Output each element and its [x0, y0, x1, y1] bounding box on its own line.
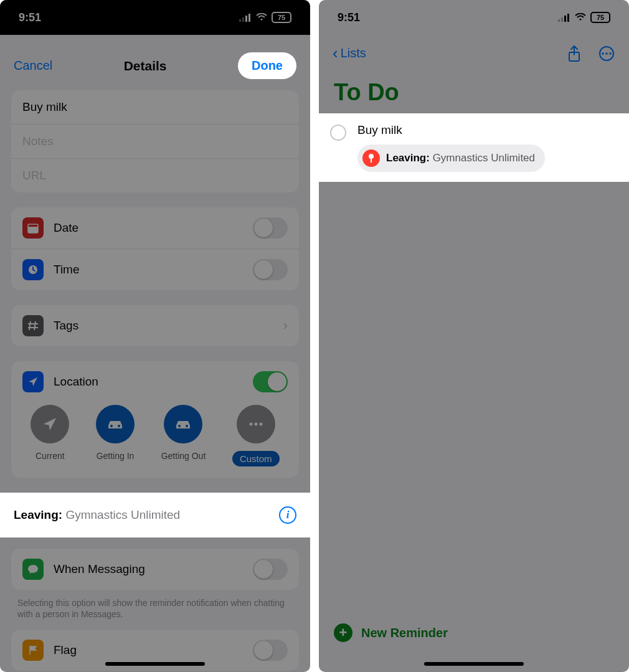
- badge-place: Gymnastics Unlimited: [433, 152, 535, 164]
- location-toggle[interactable]: [253, 371, 288, 392]
- cancel-button[interactable]: Cancel: [14, 59, 52, 73]
- tags-group: Tags ›: [11, 305, 299, 346]
- location-option-getting-in[interactable]: Getting In: [96, 405, 135, 466]
- done-button[interactable]: Done: [238, 52, 296, 79]
- location-option-custom[interactable]: Custom: [232, 405, 280, 466]
- messaging-label: When Messaging: [54, 562, 145, 576]
- plus-icon: +: [334, 623, 352, 642]
- hash-icon: [22, 315, 44, 336]
- list-title: To Do: [319, 72, 629, 113]
- location-arrow-icon: [22, 371, 44, 392]
- status-time: 9:51: [19, 11, 41, 24]
- car-icon: [164, 405, 202, 443]
- location-badge[interactable]: Leaving: Gymnastics Unlimited: [357, 144, 545, 172]
- home-indicator[interactable]: [424, 662, 524, 666]
- cellular-icon: [558, 13, 570, 22]
- badge-label: Leaving:: [386, 152, 430, 164]
- svg-point-14: [259, 423, 262, 426]
- time-row[interactable]: Time: [11, 248, 299, 290]
- svg-point-9: [118, 425, 120, 427]
- flag-toggle[interactable]: [253, 640, 288, 661]
- details-screen: 9:51 75 Cancel Details Done: [0, 0, 310, 672]
- flag-label: Flag: [54, 643, 77, 657]
- calendar-icon: [22, 217, 44, 239]
- arrow-icon: [31, 405, 69, 443]
- info-icon[interactable]: i: [279, 506, 296, 524]
- new-reminder-label: New Reminder: [361, 626, 448, 640]
- location-option-getting-out[interactable]: Getting Out: [161, 405, 206, 466]
- list-nav: ‹ Lists: [319, 35, 629, 72]
- svg-rect-18: [567, 14, 569, 22]
- time-toggle[interactable]: [253, 259, 288, 280]
- messaging-group: When Messaging: [11, 549, 299, 590]
- svg-point-21: [602, 52, 604, 55]
- location-label: Location: [54, 375, 98, 389]
- svg-point-24: [369, 154, 374, 159]
- home-indicator[interactable]: [105, 662, 205, 666]
- battery-icon: 75: [272, 12, 291, 23]
- reminder-title: Buy milk: [357, 123, 545, 137]
- svg-rect-17: [564, 16, 566, 22]
- wifi-icon: [255, 13, 268, 22]
- tags-label: Tags: [54, 319, 78, 333]
- new-reminder-button[interactable]: + New Reminder: [319, 623, 629, 642]
- messaging-toggle[interactable]: [253, 559, 288, 580]
- svg-point-12: [249, 423, 252, 426]
- svg-point-10: [178, 425, 181, 427]
- time-label: Time: [54, 263, 80, 277]
- svg-point-13: [254, 423, 257, 426]
- messages-icon: [22, 559, 44, 580]
- svg-point-22: [605, 52, 608, 55]
- notes-input[interactable]: [22, 135, 288, 148]
- svg-point-8: [110, 425, 113, 427]
- location-option-current[interactable]: Current: [31, 405, 69, 466]
- ellipsis-icon: [237, 405, 275, 443]
- location-row[interactable]: Location: [11, 361, 299, 402]
- list-screen: 9:51 75 ‹ Lists To Do: [319, 0, 629, 672]
- date-row[interactable]: Date: [11, 207, 299, 248]
- date-label: Date: [54, 221, 78, 235]
- date-toggle[interactable]: [253, 217, 288, 239]
- pin-icon: [362, 149, 380, 167]
- messaging-footer-text: Selecting this option will show the remi…: [0, 597, 310, 620]
- messaging-row[interactable]: When Messaging: [11, 549, 299, 590]
- svg-point-11: [186, 425, 188, 427]
- svg-rect-16: [561, 17, 563, 22]
- leaving-location-row[interactable]: Leaving: Gymnastics Unlimited i: [0, 493, 310, 537]
- datetime-group: Date Time: [11, 207, 299, 290]
- share-button[interactable]: [565, 45, 583, 62]
- battery-icon: 75: [590, 12, 610, 23]
- svg-rect-0: [239, 19, 241, 22]
- page-title: Details: [124, 59, 167, 73]
- url-input[interactable]: [22, 169, 288, 182]
- back-label: Lists: [341, 46, 366, 60]
- wifi-icon: [574, 13, 587, 22]
- status-time: 9:51: [338, 11, 360, 24]
- leaving-place: Gymnastics Unlimited: [65, 508, 180, 521]
- svg-rect-1: [242, 17, 244, 22]
- status-bar: 9:51 75: [0, 0, 310, 35]
- reminder-item[interactable]: Buy milk Leaving: Gymnastics Unlimited: [319, 113, 629, 182]
- chevron-left-icon: ‹: [333, 44, 338, 63]
- svg-rect-3: [248, 14, 250, 22]
- chevron-right-icon: ›: [283, 318, 288, 334]
- svg-point-23: [609, 52, 612, 55]
- more-button[interactable]: [598, 45, 615, 62]
- svg-rect-2: [245, 16, 247, 22]
- status-bar: 9:51 75: [319, 0, 629, 35]
- reminder-title-input[interactable]: [22, 100, 288, 114]
- title-group: [11, 90, 299, 192]
- complete-checkbox[interactable]: [330, 125, 346, 141]
- clock-icon: [22, 259, 44, 280]
- tags-row[interactable]: Tags ›: [11, 305, 299, 346]
- leaving-label: Leaving:: [14, 508, 62, 521]
- svg-rect-15: [558, 19, 560, 22]
- flag-icon: [22, 640, 44, 661]
- back-button[interactable]: ‹ Lists: [333, 44, 366, 63]
- details-nav: Cancel Details Done: [0, 37, 310, 90]
- car-icon: [96, 405, 135, 443]
- cellular-icon: [239, 13, 252, 22]
- location-group: Location Current Getting In Getting Out: [11, 361, 299, 478]
